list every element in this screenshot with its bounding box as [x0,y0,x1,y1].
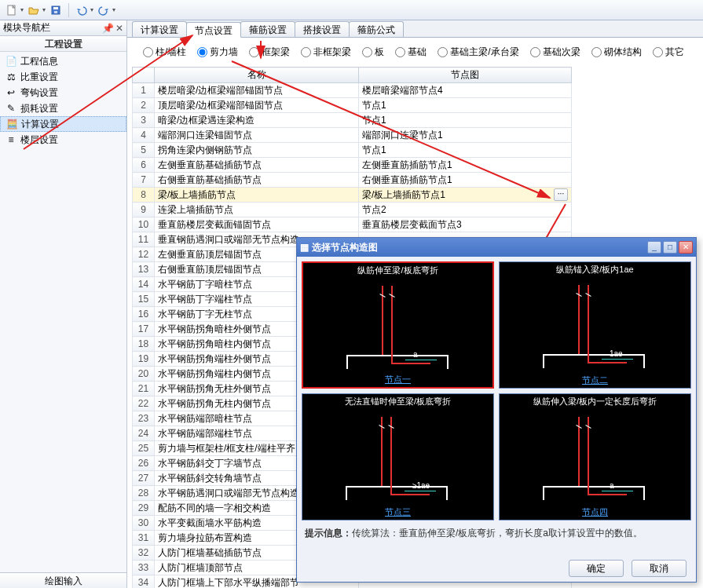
radio-input[interactable] [438,47,448,57]
close-icon[interactable]: ✕ [115,23,123,34]
thumb-link[interactable]: 节点一 [385,374,411,384]
radio-input[interactable] [197,47,207,57]
nav-item-floor[interactable]: ≡楼层设置 [0,132,126,148]
nav-bottom[interactable]: 绘图输入 [0,572,126,588]
dropdown-icon[interactable]: ▾ [42,6,46,13]
row-val[interactable]: 端部洞口连梁节点1 [359,128,572,143]
thumb-2[interactable]: 无法直锚时伸至梁/板底弯折≥1ae节点三 [302,393,494,520]
radio-6[interactable]: 基础主梁/承台梁 [438,46,518,59]
thumb-link[interactable]: 节点三 [385,507,411,517]
row-val[interactable]: 节点1 [359,143,572,158]
col-header-num[interactable] [133,68,155,83]
dropdown-icon[interactable]: ▾ [20,6,24,13]
ok-button[interactable]: 确定 [569,560,624,577]
radio-input[interactable] [653,47,663,57]
tab-1[interactable]: 节点设置 [186,22,241,38]
thumb-title: 纵筋伸至梁/板底弯折 [303,263,492,278]
cancel-button[interactable]: 取消 [632,560,687,577]
tab-2[interactable]: 箍筋设置 [240,21,295,37]
radio-8[interactable]: 砌体结构 [591,46,642,59]
radio-input[interactable] [143,47,153,57]
row-num: 11 [133,232,155,247]
table-row[interactable]: 2顶层暗梁/边框梁端部锚固节点节点1 [133,98,572,113]
radio-label: 框架梁 [262,46,290,59]
thumb-0[interactable]: 纵筋伸至梁/板底弯折a节点一 [302,261,494,389]
radio-1[interactable]: 剪力墙 [197,46,238,59]
radio-label: 基础 [408,46,427,59]
row-name: 拐角连梁内侧钢筋节点 [155,143,359,158]
nav-item-weight[interactable]: ⚖比重设置 [0,69,126,85]
row-val[interactable]: 右侧垂直筋插筋节点1 [359,173,572,188]
row-val[interactable]: 左侧垂直筋插筋节点1 [359,158,572,173]
dropdown-icon[interactable]: ▾ [90,6,93,13]
row-name: 梁/板上墙插筋节点 [155,188,359,203]
pin-icon[interactable]: 📌 [102,23,114,34]
table-row[interactable]: 8梁/板上墙插筋节点梁/板上墙插筋节点1··· [133,188,572,203]
col-header-name[interactable]: 名称 [155,68,359,83]
row-name: 垂直筋楼层变截面锚固节点 [155,217,359,232]
row-num: 34 [133,575,155,589]
table-row[interactable]: 4端部洞口连梁锚固节点端部洞口连梁节点1 [133,128,572,143]
tab-0[interactable]: 计算设置 [132,21,187,37]
nav-item-calc[interactable]: 🧮计算设置 [0,116,126,132]
table-row[interactable]: 6左侧垂直筋基础插筋节点左侧垂直筋插筋节点1 [133,158,572,173]
radio-7[interactable]: 基础次梁 [530,46,580,59]
ellipsis-button[interactable]: ··· [554,188,568,201]
table-row[interactable]: 3暗梁/边框梁遇连梁构造节点1 [133,113,572,128]
row-num: 33 [133,561,155,575]
radio-input[interactable] [530,47,540,57]
table-row[interactable]: 5拐角连梁内侧钢筋节点节点1 [133,143,572,158]
minimize-icon[interactable]: _ [647,241,661,254]
radio-5[interactable]: 基础 [395,46,427,59]
table-row[interactable]: 7右侧垂直筋基础插筋节点右侧垂直筋插筋节点1 [133,173,572,188]
row-val[interactable]: 梁/板上墙插筋节点1··· [359,188,572,203]
new-icon[interactable] [3,2,20,18]
thumb-link[interactable]: 节点二 [582,375,608,385]
row-val[interactable]: 垂直筋楼层变截面节点3 [359,217,572,232]
row-val[interactable]: 节点2 [359,203,572,217]
row-num: 30 [133,516,155,531]
row-num: 5 [133,143,155,158]
dialog-titlebar[interactable]: ▦选择节点构造图 _ □ ✕ [297,238,696,257]
save-icon[interactable] [47,2,64,18]
radio-input[interactable] [591,47,602,57]
row-num: 12 [133,247,155,262]
row-val[interactable]: 节点1 [359,98,572,113]
dropdown-icon[interactable]: ▾ [112,6,115,13]
table-row[interactable]: 9连梁上墙插筋节点节点2 [133,203,572,217]
nav-section[interactable]: 工程设置 [0,36,126,52]
open-icon[interactable] [25,2,42,18]
thumb-diagram: a [500,409,690,505]
table-row[interactable]: 10垂直筋楼层变截面锚固节点垂直筋楼层变截面节点3 [133,217,572,232]
row-num: 13 [133,262,155,277]
close-icon[interactable]: ✕ [679,241,693,254]
thumb-3[interactable]: 纵筋伸入梁/板内一定长度后弯折a节点四 [499,393,691,520]
radio-0[interactable]: 柱/墙柱 [143,46,186,59]
thumb-1[interactable]: 纵筋锚入梁/板内1ae1ae节点二 [499,261,691,389]
nav-item-label: 计算设置 [21,118,59,131]
col-header-val[interactable]: 节点图 [359,68,572,83]
tab-3[interactable]: 搭接设置 [295,21,350,37]
radio-input[interactable] [249,47,259,57]
tab-4[interactable]: 箍筋公式 [349,21,404,37]
radio-3[interactable]: 非框架梁 [301,46,351,59]
redo-icon[interactable] [95,2,112,18]
row-val[interactable]: 楼层暗梁端部节点4 [359,83,572,98]
table-row[interactable]: 1楼层暗梁/边框梁端部锚固节点楼层暗梁端部节点4 [133,83,572,98]
radio-label: 基础次梁 [543,46,580,59]
undo-icon[interactable] [73,2,90,18]
radio-input[interactable] [395,47,405,57]
row-num: 29 [133,501,155,516]
maximize-icon[interactable]: □ [663,241,677,254]
radio-label: 非框架梁 [313,46,351,59]
radio-2[interactable]: 框架梁 [249,46,290,59]
nav-item-loss[interactable]: ✎损耗设置 [0,100,126,116]
row-val[interactable]: 节点1 [359,113,572,128]
radio-input[interactable] [362,47,372,57]
radio-4[interactable]: 板 [362,46,384,59]
thumb-link[interactable]: 节点四 [582,507,608,517]
nav-item-info[interactable]: 📄工程信息 [0,53,126,69]
nav-item-hook[interactable]: ↩弯钩设置 [0,85,126,100]
radio-9[interactable]: 其它 [653,46,684,59]
radio-input[interactable] [301,47,311,57]
